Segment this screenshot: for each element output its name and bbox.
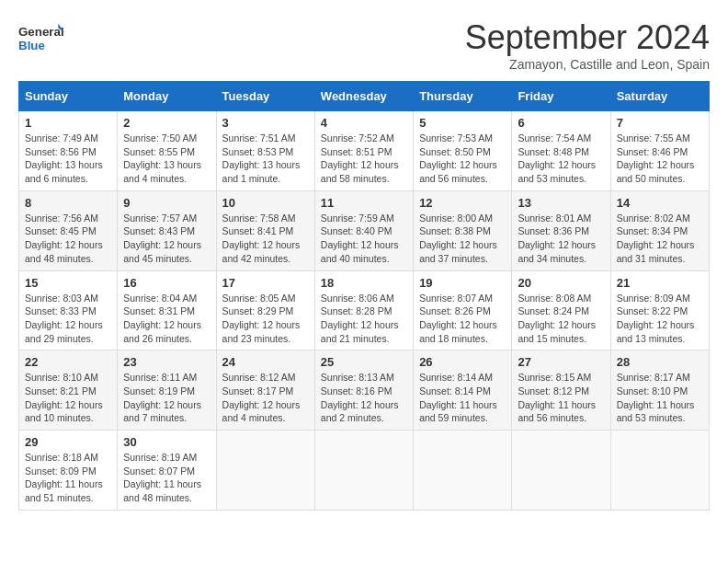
day-info: Sunrise: 7:57 AMSunset: 8:43 PMDaylight:… xyxy=(123,213,201,264)
week-row-4: 22 Sunrise: 8:10 AMSunset: 8:21 PMDaylig… xyxy=(19,350,710,431)
week-row-3: 15 Sunrise: 8:03 AMSunset: 8:33 PMDaylig… xyxy=(19,270,710,350)
day-info: Sunrise: 7:58 AMSunset: 8:41 PMDaylight:… xyxy=(222,213,301,264)
day-info: Sunrise: 8:02 AMSunset: 8:34 PMDaylight:… xyxy=(617,213,695,264)
day-cell: 12 Sunrise: 8:00 AMSunset: 8:38 PMDaylig… xyxy=(414,190,512,270)
week-row-5: 29 Sunrise: 8:18 AMSunset: 8:09 PMDaylig… xyxy=(19,431,710,511)
day-number: 16 xyxy=(123,276,210,290)
day-info: Sunrise: 7:54 AMSunset: 8:48 PMDaylight:… xyxy=(518,132,596,184)
header-friday: Friday xyxy=(512,82,610,111)
day-cell: 11 Sunrise: 7:59 AMSunset: 8:40 PMDaylig… xyxy=(314,190,413,270)
day-info: Sunrise: 8:03 AMSunset: 8:33 PMDaylight:… xyxy=(25,293,103,344)
header-monday: Monday xyxy=(118,82,216,111)
header-sunday: Sunday xyxy=(19,82,118,111)
day-info: Sunrise: 7:49 AMSunset: 8:56 PMDaylight:… xyxy=(25,132,103,184)
day-number: 3 xyxy=(222,116,309,130)
day-number: 2 xyxy=(123,116,210,130)
day-cell xyxy=(414,431,512,511)
page-header: General Blue September 2024 Zamayon, Cas… xyxy=(18,18,710,72)
week-row-1: 1 Sunrise: 7:49 AMSunset: 8:56 PMDayligh… xyxy=(19,111,710,191)
day-cell: 14 Sunrise: 8:02 AMSunset: 8:34 PMDaylig… xyxy=(610,190,709,270)
day-info: Sunrise: 7:50 AMSunset: 8:55 PMDaylight:… xyxy=(123,132,201,184)
day-cell: 17 Sunrise: 8:05 AMSunset: 8:29 PMDaylig… xyxy=(216,270,314,350)
day-number: 27 xyxy=(518,355,604,369)
day-info: Sunrise: 7:55 AMSunset: 8:46 PMDaylight:… xyxy=(617,132,695,184)
day-cell: 26 Sunrise: 8:14 AMSunset: 8:14 PMDaylig… xyxy=(414,350,512,431)
day-cell: 7 Sunrise: 7:55 AMSunset: 8:46 PMDayligh… xyxy=(610,111,709,191)
day-cell: 23 Sunrise: 8:11 AMSunset: 8:19 PMDaylig… xyxy=(118,350,216,431)
day-cell: 8 Sunrise: 7:56 AMSunset: 8:45 PMDayligh… xyxy=(19,190,118,270)
day-info: Sunrise: 7:53 AMSunset: 8:50 PMDaylight:… xyxy=(419,132,497,184)
day-info: Sunrise: 7:52 AMSunset: 8:51 PMDaylight:… xyxy=(321,132,399,184)
day-cell xyxy=(314,431,413,511)
header-tuesday: Tuesday xyxy=(216,82,314,111)
day-info: Sunrise: 8:13 AMSunset: 8:16 PMDaylight:… xyxy=(321,372,399,423)
day-cell: 21 Sunrise: 8:09 AMSunset: 8:22 PMDaylig… xyxy=(610,270,709,350)
day-number: 10 xyxy=(222,196,309,210)
day-cell: 5 Sunrise: 7:53 AMSunset: 8:50 PMDayligh… xyxy=(414,111,512,191)
day-number: 28 xyxy=(617,355,703,369)
day-cell: 13 Sunrise: 8:01 AMSunset: 8:36 PMDaylig… xyxy=(512,190,610,270)
calendar-table: Sunday Monday Tuesday Wednesday Thursday… xyxy=(18,81,710,511)
day-number: 29 xyxy=(25,435,111,449)
day-info: Sunrise: 8:09 AMSunset: 8:22 PMDaylight:… xyxy=(617,293,695,344)
day-info: Sunrise: 8:01 AMSunset: 8:36 PMDaylight:… xyxy=(518,213,596,264)
day-number: 7 xyxy=(617,116,703,130)
day-number: 22 xyxy=(25,355,111,369)
day-info: Sunrise: 8:19 AMSunset: 8:07 PMDaylight:… xyxy=(123,452,201,503)
day-info: Sunrise: 8:06 AMSunset: 8:28 PMDaylight:… xyxy=(321,293,399,344)
day-cell: 25 Sunrise: 8:13 AMSunset: 8:16 PMDaylig… xyxy=(314,350,413,431)
day-cell: 9 Sunrise: 7:57 AMSunset: 8:43 PMDayligh… xyxy=(118,190,216,270)
day-cell xyxy=(216,431,314,511)
day-info: Sunrise: 8:15 AMSunset: 8:12 PMDaylight:… xyxy=(518,372,596,423)
month-title: September 2024 xyxy=(465,18,710,57)
day-info: Sunrise: 8:14 AMSunset: 8:14 PMDaylight:… xyxy=(419,372,497,423)
day-info: Sunrise: 8:08 AMSunset: 8:24 PMDaylight:… xyxy=(518,293,596,344)
day-cell: 2 Sunrise: 7:50 AMSunset: 8:55 PMDayligh… xyxy=(118,111,216,191)
day-info: Sunrise: 8:10 AMSunset: 8:21 PMDaylight:… xyxy=(25,372,103,423)
day-number: 24 xyxy=(222,355,309,369)
day-number: 30 xyxy=(123,435,210,449)
title-area: September 2024 Zamayon, Castille and Leo… xyxy=(465,18,710,72)
logo-svg: General Blue xyxy=(18,18,64,60)
day-info: Sunrise: 8:12 AMSunset: 8:17 PMDaylight:… xyxy=(222,372,301,423)
week-row-2: 8 Sunrise: 7:56 AMSunset: 8:45 PMDayligh… xyxy=(19,190,710,270)
day-number: 15 xyxy=(25,276,111,290)
day-cell: 20 Sunrise: 8:08 AMSunset: 8:24 PMDaylig… xyxy=(512,270,610,350)
day-info: Sunrise: 7:56 AMSunset: 8:45 PMDaylight:… xyxy=(25,213,103,264)
logo: General Blue xyxy=(18,18,64,60)
day-number: 20 xyxy=(518,276,604,290)
day-number: 26 xyxy=(419,355,506,369)
day-info: Sunrise: 7:51 AMSunset: 8:53 PMDaylight:… xyxy=(222,132,301,184)
day-cell xyxy=(512,431,610,511)
day-info: Sunrise: 8:11 AMSunset: 8:19 PMDaylight:… xyxy=(123,372,201,423)
day-number: 13 xyxy=(518,196,604,210)
day-cell: 6 Sunrise: 7:54 AMSunset: 8:48 PMDayligh… xyxy=(512,111,610,191)
day-cell xyxy=(610,431,709,511)
svg-text:General: General xyxy=(18,25,64,39)
day-cell: 18 Sunrise: 8:06 AMSunset: 8:28 PMDaylig… xyxy=(314,270,413,350)
day-number: 1 xyxy=(25,116,111,130)
day-number: 9 xyxy=(123,196,210,210)
day-cell: 16 Sunrise: 8:04 AMSunset: 8:31 PMDaylig… xyxy=(118,270,216,350)
day-info: Sunrise: 8:04 AMSunset: 8:31 PMDaylight:… xyxy=(123,293,201,344)
day-cell: 1 Sunrise: 7:49 AMSunset: 8:56 PMDayligh… xyxy=(19,111,118,191)
day-cell: 4 Sunrise: 7:52 AMSunset: 8:51 PMDayligh… xyxy=(314,111,413,191)
day-number: 14 xyxy=(617,196,703,210)
day-cell: 29 Sunrise: 8:18 AMSunset: 8:09 PMDaylig… xyxy=(19,431,118,511)
day-cell: 22 Sunrise: 8:10 AMSunset: 8:21 PMDaylig… xyxy=(19,350,118,431)
svg-text:Blue: Blue xyxy=(18,39,45,52)
day-number: 21 xyxy=(617,276,703,290)
day-number: 25 xyxy=(321,355,407,369)
day-number: 5 xyxy=(419,116,506,130)
header-thursday: Thursday xyxy=(414,82,512,111)
header-saturday: Saturday xyxy=(610,82,709,111)
day-info: Sunrise: 8:05 AMSunset: 8:29 PMDaylight:… xyxy=(222,293,301,344)
location-title: Zamayon, Castille and Leon, Spain xyxy=(465,57,710,72)
day-info: Sunrise: 8:07 AMSunset: 8:26 PMDaylight:… xyxy=(419,293,497,344)
day-number: 11 xyxy=(321,196,407,210)
day-cell: 10 Sunrise: 7:58 AMSunset: 8:41 PMDaylig… xyxy=(216,190,314,270)
day-info: Sunrise: 8:17 AMSunset: 8:10 PMDaylight:… xyxy=(617,372,695,423)
day-number: 19 xyxy=(419,276,506,290)
day-number: 8 xyxy=(25,196,111,210)
day-cell: 19 Sunrise: 8:07 AMSunset: 8:26 PMDaylig… xyxy=(414,270,512,350)
